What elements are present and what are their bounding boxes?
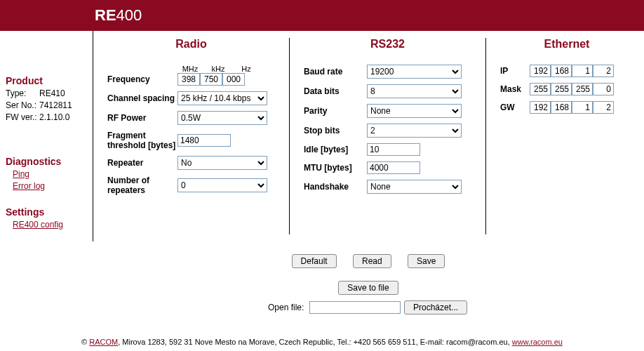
product-type: Type:RE410	[6, 88, 87, 98]
mask-octet-3[interactable]	[572, 83, 593, 95]
gw-label: GW	[500, 102, 530, 112]
save-button[interactable]: Save	[408, 254, 445, 268]
idle-label: Idle [bytes]	[304, 145, 367, 154]
read-button[interactable]: Read	[353, 254, 391, 268]
ethernet-column: Ethernet IP Mask	[486, 38, 639, 234]
gw-octet-4[interactable]	[593, 101, 614, 114]
num-repeaters-label: Number of repeaters	[107, 176, 177, 195]
footer: © RACOM, Mirova 1283, 592 31 Nove Mesto …	[0, 338, 644, 346]
config-link[interactable]: RE400 config	[13, 220, 87, 230]
default-button[interactable]: Default	[292, 254, 337, 268]
ip-octet-4[interactable]	[593, 65, 614, 77]
header-bar: RE400	[0, 0, 644, 31]
data-bits-select[interactable]: 8	[367, 84, 462, 98]
open-file-label: Open file:	[268, 303, 304, 312]
settings-heading: Settings	[6, 206, 87, 218]
mask-octet-1[interactable]	[530, 83, 551, 95]
rs232-title: RS232	[304, 38, 471, 51]
ip-octet-2[interactable]	[551, 65, 572, 77]
product-heading: Product	[6, 75, 87, 86]
footer-company-link[interactable]: RACOM	[89, 338, 118, 346]
radio-title: Radio	[107, 38, 275, 51]
errorlog-link[interactable]: Error log	[13, 181, 87, 191]
mtu-input[interactable]	[367, 161, 420, 174]
rf-power-select[interactable]: 0.5W	[177, 111, 267, 125]
gw-octet-1[interactable]	[530, 101, 551, 114]
gw-octet-3[interactable]	[572, 101, 593, 114]
stop-bits-label: Stop bits	[304, 126, 367, 135]
parity-select[interactable]: None	[367, 104, 462, 118]
mask-octet-2[interactable]	[551, 83, 572, 95]
mtu-label: MTU [bytes]	[304, 163, 367, 173]
repeater-select[interactable]: No	[177, 156, 267, 170]
sidebar: Product Type:RE410 Ser No.:7412811 FW ve…	[0, 31, 93, 320]
idle-input[interactable]	[367, 143, 420, 156]
stop-bits-select[interactable]: 2	[367, 124, 462, 138]
num-repeaters-select[interactable]: 0	[177, 178, 267, 192]
freq-mhz-input[interactable]	[177, 73, 200, 86]
rf-power-label: RF Power	[107, 113, 177, 123]
channel-spacing-label: Channel spacing	[107, 93, 177, 103]
button-row: Default Read Save	[93, 254, 644, 268]
data-bits-label: Data bits	[304, 86, 367, 96]
open-file-input[interactable]	[309, 301, 401, 314]
rs232-column: RS232 Baud rate 19200 Data bits 8 Parity…	[290, 38, 486, 234]
ip-octet-3[interactable]	[572, 65, 593, 77]
product-serial: Ser No.:7412811	[6, 100, 87, 110]
parity-label: Parity	[304, 106, 367, 116]
handshake-select[interactable]: None	[367, 180, 462, 194]
baud-rate-label: Baud rate	[304, 67, 367, 77]
ip-label: IP	[500, 66, 530, 76]
radio-column: Radio MHz kHz Hz Frequency Channel spaci…	[93, 38, 290, 234]
channel-spacing-select[interactable]: 25 kHz / 10.4 kbps	[177, 91, 267, 105]
repeater-label: Repeater	[107, 158, 177, 168]
product-firmware: FW ver.:2.1.10.0	[6, 112, 87, 122]
diagnostics-heading: Diagnostics	[6, 156, 87, 167]
page-title: RE400	[95, 6, 142, 25]
freq-hz-input[interactable]	[222, 73, 245, 86]
browse-button[interactable]: Procházet...	[404, 300, 467, 314]
ip-octet-1[interactable]	[530, 65, 551, 77]
ping-link[interactable]: Ping	[13, 169, 87, 179]
footer-site-link[interactable]: www.racom.eu	[512, 338, 563, 346]
gw-octet-2[interactable]	[551, 101, 572, 114]
baud-rate-select[interactable]: 19200	[367, 65, 462, 79]
mask-octet-4[interactable]	[593, 83, 614, 95]
freq-khz-input[interactable]	[200, 73, 222, 86]
fragment-threshold-input[interactable]	[177, 134, 231, 147]
save-to-file-button[interactable]: Save to file	[338, 281, 398, 295]
fragment-threshold-label: Fragment threshold [bytes]	[107, 131, 177, 150]
handshake-label: Handshake	[304, 182, 367, 192]
mask-label: Mask	[500, 84, 530, 94]
ethernet-title: Ethernet	[500, 38, 633, 51]
frequency-label: Frequency	[107, 74, 177, 84]
